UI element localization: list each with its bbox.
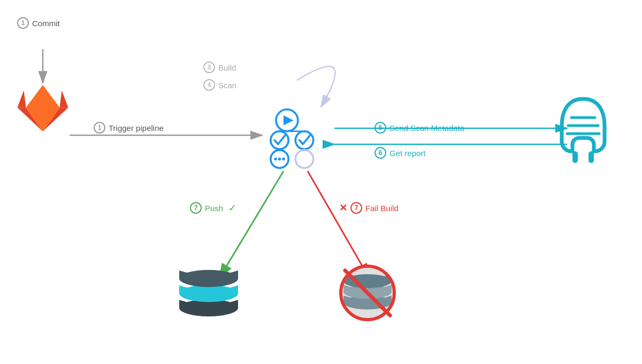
stack-layers-icon	[177, 262, 241, 321]
fail-x-icon: ✕	[339, 202, 347, 214]
scan-step-text: Scan	[218, 81, 236, 90]
trigger-step-text: Trigger pipeline	[109, 123, 164, 133]
build-step-text: Build	[218, 63, 236, 72]
scan-step-label: 4 Scan	[203, 79, 236, 91]
push-checkmark-icon: ✓	[228, 202, 236, 214]
push-step-text: Push	[205, 204, 223, 213]
get-report-step-number: 6	[374, 147, 386, 159]
commit-step-number: 1	[17, 17, 29, 29]
svg-rect-28	[588, 151, 594, 163]
build-step-number: 3	[203, 61, 215, 73]
commit-step-label: 1 Commit	[17, 17, 60, 29]
svg-point-21	[295, 150, 313, 168]
get-report-step-text: Get report	[389, 149, 426, 158]
svg-rect-27	[572, 151, 578, 163]
fail-build-step-label: ✕ 7 Fail Build	[337, 202, 399, 214]
svg-point-19	[278, 158, 281, 161]
scanner-icon	[556, 94, 610, 163]
diagram: 1 Commit 3 Build 4 Scan 1 Trigger pipeli…	[0, 0, 642, 364]
scan-step-number: 4	[203, 79, 215, 91]
send-scan-step-number: 5	[374, 122, 386, 134]
push-step-number: 7	[190, 202, 202, 214]
send-scan-step-text: Send Scan Metadata	[389, 123, 464, 133]
svg-point-20	[282, 158, 285, 161]
svg-point-18	[274, 158, 277, 161]
send-scan-step-label: 5 Send Scan Metadata	[374, 122, 464, 134]
trigger-step-number: 1	[94, 122, 105, 134]
trigger-step-label: 1 Trigger pipeline	[94, 122, 164, 134]
build-step-label: 3 Build	[203, 61, 236, 73]
push-step-label: 7 Push ✓	[190, 202, 236, 214]
svg-marker-14	[284, 115, 294, 126]
pipeline-ci-icon	[262, 100, 332, 170]
fail-build-step-text: Fail Build	[365, 204, 399, 213]
commit-step-text: Commit	[32, 19, 60, 28]
get-report-step-label: 6 Get report	[374, 147, 426, 159]
svg-line-11	[219, 171, 284, 278]
arrows-layer	[0, 0, 642, 364]
gitlab-logo	[16, 83, 70, 134]
fail-build-step-number: 7	[350, 202, 362, 214]
blocked-deployment-icon	[337, 262, 399, 324]
svg-line-12	[308, 171, 369, 278]
